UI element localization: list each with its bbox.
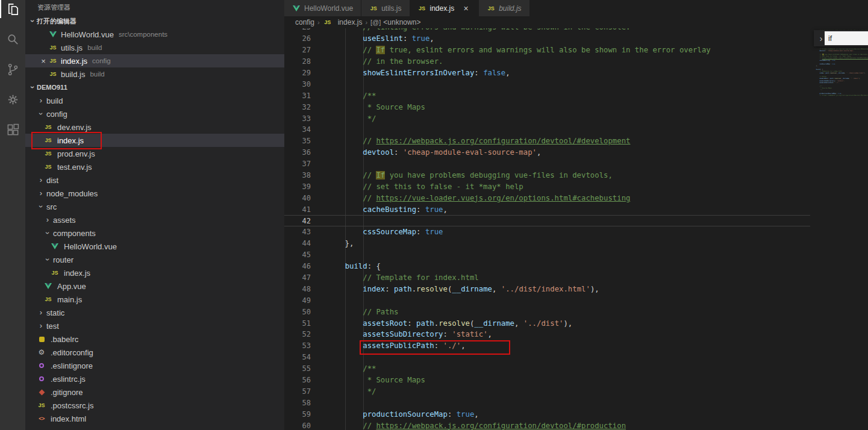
tab-build-js[interactable]: JSbuild.js (479, 0, 529, 16)
line-number: 54 (284, 353, 311, 361)
tree-file-babelrc[interactable]: .babelrc (25, 332, 284, 346)
tree-file-editorconfig[interactable]: ⚙.editorconfig (25, 346, 284, 359)
tree-file-eslintignore[interactable]: .eslintignore (25, 359, 284, 372)
editorconfig-icon: ⚙ (37, 347, 46, 357)
code-line-53[interactable]: 53 assetsPublicPath: './', (284, 340, 868, 352)
code-line-37[interactable]: 37 (284, 158, 868, 170)
line-text: // If you have problems debugging vue-fi… (327, 171, 613, 179)
code-line-59[interactable]: 59 productionSourceMap: true, (284, 408, 868, 420)
tree-file-index-js[interactable]: JSindex.js (25, 266, 284, 279)
tree-file-eslintrc-js[interactable]: .eslintrc.js (25, 372, 284, 385)
tab-bar: HelloWorld.vueJSutils.jsJSindex.js×JSbui… (284, 0, 868, 16)
tree-folder-router[interactable]: ›router (25, 253, 284, 266)
js-icon: JS (50, 268, 60, 278)
tree-file-app-vue[interactable]: App.vue (25, 279, 284, 293)
code-line-46[interactable]: 46 build: { (284, 261, 868, 272)
breadcrumb-separator-icon: › (317, 19, 320, 26)
tree-folder-config[interactable]: ›config (25, 107, 284, 120)
code-line-44[interactable]: 44 }, (284, 238, 868, 249)
code-line-28[interactable]: 28 // in the browser. (284, 56, 868, 67)
close-icon[interactable]: × (461, 4, 470, 13)
breadcrumb-item-symbol[interactable]: [@] <unknown> (370, 18, 420, 26)
line-number: 30 (284, 80, 311, 89)
folder-root-header[interactable]: › DEMO911 (25, 81, 284, 94)
tree-folder-test[interactable]: ›test (25, 319, 284, 332)
code-line-55[interactable]: 55 /** (284, 363, 868, 375)
code-line-54[interactable]: 54 (284, 352, 868, 363)
close-icon[interactable]: × (39, 57, 48, 66)
open-editor-item-utils-js[interactable]: JSutils.jsbuild (25, 41, 284, 54)
find-input[interactable] (825, 31, 868, 45)
tree-folder-dist[interactable]: ›dist (25, 173, 284, 187)
code-line-35[interactable]: 35 // https://webpack.js.org/configurati… (284, 136, 868, 147)
babel-icon (37, 334, 46, 344)
code-line-50[interactable]: 50 // Paths (284, 306, 868, 317)
code-line-49[interactable]: 49 (284, 294, 868, 306)
minimap[interactable]: // linting errors and warnings will be s… (810, 28, 868, 430)
code-line-42[interactable]: 42 (284, 215, 868, 226)
code-line-41[interactable]: 41 cacheBusting: true, (284, 204, 868, 215)
code-line-32[interactable]: 32 * Source Maps (284, 101, 868, 113)
code-line-34[interactable]: 34 (284, 124, 868, 136)
code-line-26[interactable]: 26 useEslint: true, (284, 33, 868, 45)
code-line-56[interactable]: 56 * Source Maps (284, 375, 868, 386)
open-editors-header[interactable]: › 打开的编辑器 (25, 14, 284, 28)
breadcrumb-item-folder[interactable]: config (295, 18, 314, 26)
code-line-30[interactable]: 30 (284, 78, 868, 90)
tree-file-postcssrc-js[interactable]: JS.postcssrc.js (25, 399, 284, 412)
tree-file-gitignore[interactable]: .gitignore (25, 385, 284, 399)
tree-folder-static[interactable]: ›static (25, 306, 284, 319)
chevron-down-icon: › (28, 83, 37, 92)
code-line-29[interactable]: 29 showEslintErrorsInOverlay: false, (284, 67, 868, 79)
extensions-icon[interactable] (0, 122, 25, 137)
code-line-33[interactable]: 33 */ (284, 113, 868, 124)
line-text: cacheBusting: true, (327, 205, 448, 214)
open-editor-item-index-js[interactable]: ×JSindex.jsconfig (25, 54, 284, 67)
open-editor-name: build.js (61, 70, 85, 79)
find-expand-chevron-icon[interactable]: › (817, 34, 825, 43)
code-line-40[interactable]: 40 // https://vue-loader.vuejs.org/en/op… (284, 192, 868, 204)
code-editor[interactable]: 25 // linting errors and warnings will b… (284, 28, 868, 430)
code-line-36[interactable]: 36 devtool: 'cheap-module-eval-source-ma… (284, 147, 868, 158)
code-line-31[interactable]: 31 /** (284, 90, 868, 101)
tree-folder-components[interactable]: ›components (25, 226, 284, 240)
code-line-47[interactable]: 47 // Template for index.html (284, 272, 868, 284)
tree-file-prod-env-js[interactable]: JSprod.env.js (25, 147, 284, 160)
code-line-25[interactable]: 25 // linting errors and warnings will b… (284, 28, 868, 33)
tree-folder-src[interactable]: ›src (25, 200, 284, 213)
tab-helloworld-vue[interactable]: HelloWorld.vue (284, 0, 361, 16)
breadcrumb-item-file[interactable]: JS index.js (323, 17, 363, 27)
code-line-27[interactable]: 27 // If true, eslint errors and warning… (284, 45, 868, 56)
folder-root-label: DEMO911 (37, 84, 67, 91)
code-line-48[interactable]: 48 index: path.resolve(__dirname, '../di… (284, 283, 868, 294)
tree-file-helloworld-vue[interactable]: HelloWorld.vue (25, 240, 284, 253)
tree-file-main-js[interactable]: JSmain.js (25, 293, 284, 306)
search-icon[interactable] (0, 31, 25, 47)
code-line-60[interactable]: 60 // https://webpack.js.org/configurati… (284, 420, 868, 430)
line-number: 45 (284, 251, 311, 259)
code-line-45[interactable]: 45 (284, 249, 868, 261)
open-editor-item-build-js[interactable]: JSbuild.jsbuild (25, 67, 284, 81)
tree-file-dev-env-js[interactable]: JSdev.env.js (25, 120, 284, 134)
code-line-51[interactable]: 51 assetsRoot: path.resolve(__dirname, '… (284, 317, 868, 329)
code-line-43[interactable]: 43 cssSourceMap: true (284, 226, 868, 238)
tree-file-index-js[interactable]: JSindex.js (25, 134, 284, 147)
code-line-57[interactable]: 57 */ (284, 386, 868, 397)
gear-icon[interactable] (0, 92, 25, 107)
code-line-58[interactable]: 58 (284, 397, 868, 408)
tree-folder-assets[interactable]: ›assets (25, 213, 284, 226)
tab-utils-js[interactable]: JSutils.js (361, 0, 409, 16)
line-text: }, (327, 239, 354, 248)
tree-file-index-html[interactable]: <>index.html (25, 412, 284, 425)
explorer-icon[interactable] (0, 1, 25, 17)
tree-folder-node-modules[interactable]: ›node_modules (25, 187, 284, 200)
open-editor-item-helloworld-vue[interactable]: HelloWorld.vuesrc\components (25, 28, 284, 41)
line-number: 43 (284, 228, 311, 236)
code-line-39[interactable]: 39 // set this to false - it *may* help (284, 181, 868, 192)
tree-file-test-env-js[interactable]: JStest.env.js (25, 160, 284, 173)
source-control-icon[interactable] (0, 61, 25, 77)
code-line-52[interactable]: 52 assetsSubDirectory: 'static', (284, 329, 868, 340)
tree-folder-build[interactable]: ›build (25, 94, 284, 107)
code-line-38[interactable]: 38 // If you have problems debugging vue… (284, 170, 868, 181)
tab-index-js[interactable]: JSindex.js× (410, 0, 479, 16)
